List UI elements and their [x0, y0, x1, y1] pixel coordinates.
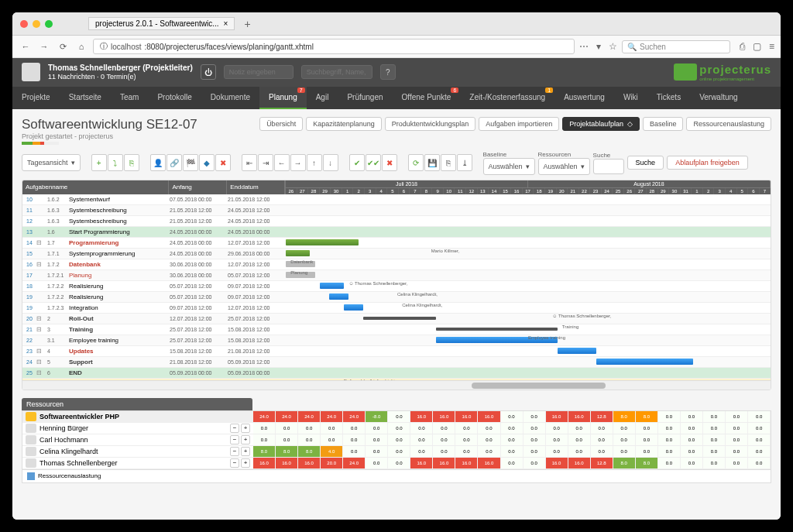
- nav-item[interactable]: Tickets: [647, 87, 690, 109]
- baseline-select[interactable]: Auswählen ▾: [483, 158, 535, 175]
- add-sub-button[interactable]: ⤵: [108, 154, 123, 171]
- resource-group[interactable]: Softwareentwickler PHP: [22, 411, 253, 423]
- release-button[interactable]: Ablaufplan freigeben: [667, 156, 748, 170]
- refresh-button[interactable]: ⟳: [408, 154, 424, 171]
- resource-row[interactable]: Carl Hochmann −+: [22, 434, 253, 446]
- library-icon[interactable]: ⎙: [740, 41, 745, 52]
- gantt-bar[interactable]: [320, 283, 344, 289]
- nav-item[interactable]: Protokolle: [148, 87, 201, 109]
- reject-button[interactable]: ✖: [382, 154, 397, 171]
- gantt-timeline[interactable]: Celina Klingelhardt,: [286, 291, 771, 302]
- search-input[interactable]: [593, 159, 624, 174]
- save-button[interactable]: 💾: [424, 154, 440, 171]
- gantt-row[interactable]: 25 ⊟ 6 END 05.09.2018 00:00 05.09.2018 0…: [22, 368, 771, 379]
- indent-button[interactable]: ⇥: [258, 154, 273, 171]
- search-button[interactable]: Suche: [627, 156, 664, 170]
- nav-item[interactable]: Auswertung: [554, 87, 614, 109]
- nav-item[interactable]: Dokumente: [201, 87, 259, 109]
- expand-icon[interactable]: ⊟: [36, 369, 47, 376]
- new-tab-button[interactable]: +: [244, 18, 250, 30]
- close-window[interactable]: [20, 20, 28, 28]
- minimize-window[interactable]: [33, 20, 40, 28]
- plus-button[interactable]: +: [241, 435, 250, 444]
- pocket-icon[interactable]: ▾: [596, 41, 601, 52]
- page-tab[interactable]: Ressourcenauslastung: [686, 117, 771, 131]
- page-tab[interactable]: Aufgaben importieren: [479, 117, 559, 131]
- nav-item[interactable]: Prüfungen: [338, 87, 392, 109]
- gantt-row[interactable]: 14 ⊟ 1.7 Programmierung 24.05.2018 00:00…: [22, 238, 771, 249]
- help-button[interactable]: ?: [380, 64, 396, 80]
- resource-row[interactable]: Henning Bürger −+: [22, 423, 253, 434]
- page-tab[interactable]: Projektablaufplan ◇: [562, 117, 640, 131]
- menu-icon[interactable]: ≡: [769, 41, 774, 52]
- export-button[interactable]: ⤓: [457, 154, 472, 171]
- minus-button[interactable]: −: [230, 424, 239, 433]
- gantt-timeline[interactable]: ☺ Thomas Schnellenberger,: [286, 313, 771, 324]
- gantt-row[interactable]: 16 ⊟ 1.7.2 Datenbank 30.06.2018 00:00 12…: [22, 259, 771, 270]
- home-button[interactable]: ⌂: [74, 39, 88, 53]
- gantt-timeline[interactable]: [286, 226, 771, 237]
- view-select[interactable]: Tagesansicht ▾: [22, 154, 81, 171]
- link-button[interactable]: 🔗: [166, 154, 182, 171]
- nav-item[interactable]: Planung7: [259, 87, 307, 109]
- nav-item[interactable]: Zeit-/Kostenerfassung1: [460, 87, 554, 109]
- page-tab[interactable]: Baseline: [643, 117, 684, 131]
- add-button[interactable]: +: [91, 154, 107, 171]
- outdent-button[interactable]: ⇤: [242, 154, 257, 171]
- page-tab[interactable]: Übersicht: [259, 117, 303, 131]
- power-button[interactable]: ⏻: [201, 64, 216, 80]
- gantt-timeline[interactable]: [286, 194, 771, 205]
- page-tab[interactable]: Produktentwicklungsplan: [385, 117, 476, 131]
- expand-icon[interactable]: ⊟: [36, 315, 47, 322]
- back-button[interactable]: ←: [19, 39, 33, 53]
- gantt-bar[interactable]: [286, 250, 310, 256]
- header-search[interactable]: [301, 65, 372, 79]
- nav-item[interactable]: Startseite: [60, 87, 111, 109]
- gantt-timeline[interactable]: Employee training: [286, 335, 771, 345]
- down-button[interactable]: ↓: [323, 154, 338, 171]
- gantt-row[interactable]: 22 3.1 Employee training 25.07.2018 12:0…: [22, 335, 771, 346]
- gantt-timeline[interactable]: Celina Klingelhardt,: [286, 302, 771, 313]
- add-dup-button[interactable]: ⎘: [124, 154, 139, 171]
- gantt-row[interactable]: 20 ⊟ 2 Roll-Out 12.07.2018 12:00 25.07.2…: [22, 314, 771, 324]
- gantt-timeline[interactable]: [286, 215, 771, 226]
- gantt-row[interactable]: 17 1.7.2.1 Planung 30.06.2018 00:00 05.0…: [22, 270, 771, 281]
- browser-search[interactable]: 🔍 Suchen: [622, 40, 730, 53]
- next-button[interactable]: →: [290, 154, 306, 171]
- milestone-button[interactable]: ◆: [199, 154, 215, 171]
- gantt-timeline[interactable]: [286, 204, 771, 215]
- forward-button[interactable]: →: [37, 39, 51, 53]
- gantt-timeline[interactable]: Mario Killmer,: [286, 248, 771, 259]
- gantt-row[interactable]: 19 1.7.2.2 Realisierung 05.07.2018 12:00…: [22, 292, 771, 303]
- expand-icon[interactable]: ⊟: [36, 239, 47, 246]
- gantt-row[interactable]: 21 ⊟ 3 Training 25.07.2018 12:00 15.08.2…: [22, 324, 771, 335]
- gantt-row[interactable]: 11 1.6.3 Systembeschreibung 21.05.2018 1…: [22, 205, 771, 216]
- gantt-row[interactable]: 13 1.6 Start Programmierung 24.05.2018 0…: [22, 227, 771, 238]
- gantt-bar[interactable]: [436, 328, 558, 331]
- accept-button[interactable]: ✔✔: [366, 154, 381, 171]
- sidebar-icon[interactable]: ▢: [753, 41, 761, 52]
- page-tab[interactable]: Kapazitätenplanung: [306, 117, 382, 131]
- gantt-row[interactable]: 24 ⊟ 5 Support 21.08.2018 12:00 05.09.20…: [22, 357, 771, 368]
- minus-button[interactable]: −: [230, 458, 239, 468]
- gantt-row[interactable]: 12 1.6.3 Systembeschreibung 21.05.2018 1…: [22, 216, 771, 227]
- note-input[interactable]: [224, 65, 294, 79]
- minus-button[interactable]: −: [230, 435, 239, 444]
- gantt-bar[interactable]: [286, 239, 359, 245]
- user-button[interactable]: 👤: [150, 154, 166, 171]
- nav-item[interactable]: Team: [111, 87, 148, 109]
- resource-row[interactable]: Thomas Schnellenberger −+: [22, 458, 253, 469]
- star-icon[interactable]: ☆: [609, 41, 617, 52]
- gantt-bar[interactable]: [363, 317, 436, 320]
- gantt-bar[interactable]: [344, 304, 363, 311]
- prev-button[interactable]: ←: [274, 154, 290, 171]
- nav-item[interactable]: Wiki: [614, 87, 647, 109]
- gantt-row[interactable]: 15 1.7.1 Systemprogrammierung 24.05.2018…: [22, 249, 771, 259]
- url-input[interactable]: ⓘ localhost:8080/projecterus/faces/views…: [93, 39, 575, 54]
- flag-button[interactable]: 🏁: [183, 154, 198, 171]
- avatar[interactable]: [22, 63, 40, 81]
- resource-row[interactable]: Celina Klingelhardt −+: [22, 446, 253, 458]
- gantt-timeline[interactable]: Planung: [286, 269, 771, 280]
- plus-button[interactable]: +: [241, 447, 250, 456]
- copy-button[interactable]: ⎘: [441, 154, 456, 171]
